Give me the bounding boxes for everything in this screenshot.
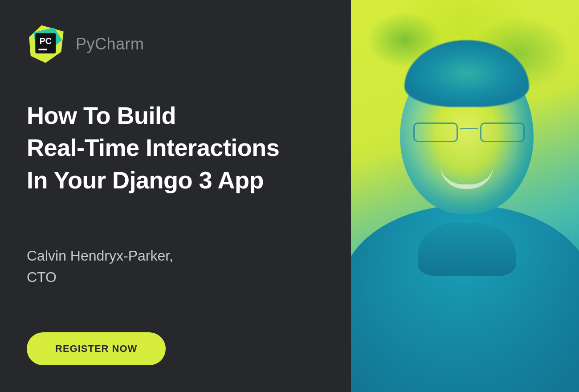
register-now-button[interactable]: REGISTER NOW	[27, 332, 166, 365]
speaker-title: CTO	[27, 266, 324, 288]
speaker-portrait-panel	[351, 0, 579, 392]
headline: How To Build Real-Time Interactions In Y…	[27, 99, 324, 196]
promo-left-panel: PC PyCharm How To Build Real-Time Intera…	[0, 0, 351, 392]
headline-line-3: In Your Django 3 App	[27, 167, 264, 193]
brand-row: PC PyCharm	[27, 24, 324, 64]
speaker-block: Calvin Hendryx-Parker, CTO	[27, 245, 324, 288]
glasses-left-lens	[413, 122, 458, 142]
glasses-bridge	[460, 128, 478, 132]
glasses-right-lens	[480, 122, 525, 142]
speaker-name: Calvin Hendryx-Parker,	[27, 245, 324, 266]
portrait-collar-shape	[418, 223, 516, 276]
headline-line-2: Real-Time Interactions	[27, 134, 279, 161]
logo-letters: PC	[40, 36, 52, 46]
svg-rect-3	[38, 49, 47, 51]
glasses-icon	[413, 122, 525, 145]
product-name: PyCharm	[76, 35, 144, 53]
headline-line-1: How To Build	[27, 102, 176, 129]
pycharm-logo-icon: PC	[27, 24, 66, 64]
cta-row: REGISTER NOW	[27, 332, 324, 365]
speaker-portrait-duotone	[351, 0, 579, 392]
